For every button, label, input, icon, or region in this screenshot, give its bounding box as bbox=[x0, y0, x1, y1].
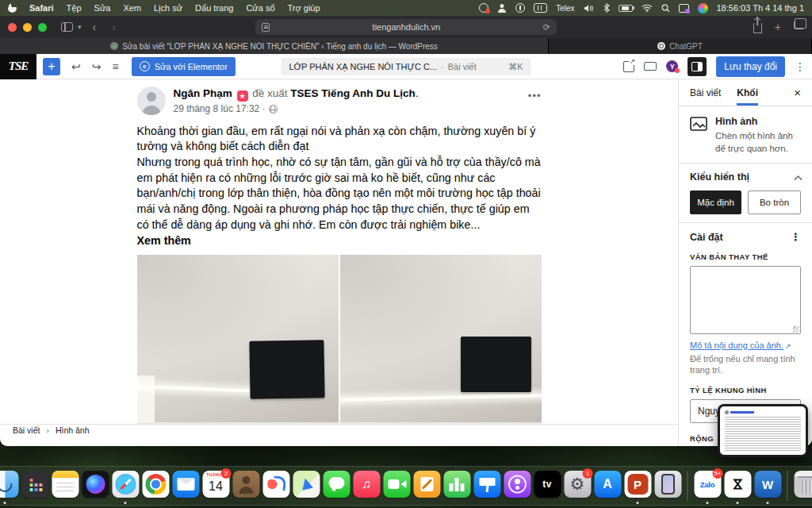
dock-item-word[interactable]: W bbox=[754, 468, 782, 503]
preview-icon[interactable] bbox=[644, 62, 657, 71]
undo-button[interactable]: ↩ bbox=[71, 60, 81, 73]
dock-item-freeform[interactable] bbox=[262, 468, 290, 503]
menu-item-tệp[interactable]: Tệp bbox=[67, 3, 82, 13]
dock-item-settings[interactable]: ⚙1 bbox=[564, 468, 592, 503]
contacts-icon[interactable] bbox=[232, 471, 259, 498]
capcut-icon[interactable]: ⋈ bbox=[724, 471, 751, 498]
style-default-button[interactable]: Mặc định bbox=[690, 190, 741, 214]
dock-item-messages[interactable] bbox=[323, 468, 350, 503]
dock-item-maps[interactable] bbox=[293, 468, 320, 503]
user-switch-icon[interactable] bbox=[497, 4, 507, 13]
screenshot-thumbnail[interactable] bbox=[718, 404, 808, 457]
dock-item-powerpoint[interactable]: P bbox=[624, 468, 652, 503]
screen-recording-icon[interactable] bbox=[479, 3, 488, 13]
breadcrumb-image[interactable]: Hình ảnh bbox=[56, 425, 90, 435]
menu-item-lịch-sử[interactable]: Lịch sử bbox=[154, 3, 182, 13]
dock-item-mail[interactable] bbox=[172, 468, 200, 503]
menu-clock[interactable]: 18:56:03 Th 4 14 thg 1 bbox=[717, 3, 805, 13]
tab-block[interactable]: Khối bbox=[737, 79, 758, 106]
maps-icon[interactable] bbox=[293, 471, 320, 498]
menu-item-xem[interactable]: Xem bbox=[123, 3, 141, 13]
menu-item-sửa[interactable]: Sửa bbox=[94, 3, 111, 13]
bluetooth-icon[interactable] bbox=[603, 3, 610, 13]
trash-icon[interactable] bbox=[794, 471, 812, 498]
notes-icon[interactable] bbox=[52, 471, 79, 498]
url-text[interactable]: tienganhdulich.vn bbox=[270, 22, 543, 32]
tab-wordpress-editor[interactable]: Sửa bài viết "LỚP PHẢN XẠ NGHE NÓI THỰC … bbox=[0, 38, 549, 54]
tab-overview-icon[interactable] bbox=[794, 21, 804, 29]
options-kebab-icon[interactable]: ⋮ bbox=[795, 60, 806, 73]
tab-chatgpt[interactable]: ChatGPT bbox=[549, 38, 812, 54]
powerpoint-icon[interactable]: P bbox=[624, 471, 651, 498]
device-status-icon[interactable] bbox=[679, 4, 689, 13]
settings-kebab-icon[interactable]: ⋮ bbox=[791, 231, 801, 243]
settings-panel-toggle[interactable] bbox=[688, 57, 707, 76]
block-inserter-button[interactable]: + bbox=[43, 58, 60, 75]
facetime-icon[interactable] bbox=[383, 471, 410, 498]
close-icon[interactable]: × bbox=[794, 86, 801, 99]
sidebar-toggle-icon[interactable] bbox=[61, 22, 73, 32]
document-title-bar[interactable]: LỚP PHẢN XẠ NGHE NÓI THỰC C... · Bài viế… bbox=[282, 58, 531, 75]
zoom-window-button[interactable] bbox=[38, 23, 47, 32]
apple-menu-icon[interactable] bbox=[8, 3, 17, 13]
redo-button[interactable]: ↪ bbox=[92, 60, 102, 73]
sidebar-chevron-icon[interactable]: ▾ bbox=[78, 24, 82, 31]
volume-icon[interactable] bbox=[584, 4, 595, 13]
spotlight-icon[interactable] bbox=[661, 4, 670, 13]
new-tab-icon[interactable]: + bbox=[775, 21, 781, 33]
dock-item-keynote[interactable] bbox=[473, 468, 501, 503]
dock-item-chrome[interactable] bbox=[142, 468, 170, 503]
messages-icon[interactable] bbox=[323, 471, 350, 498]
dock-item-music[interactable]: ♫ bbox=[353, 468, 381, 503]
tab-post[interactable]: Bài viết bbox=[690, 79, 721, 106]
dock-item-facetime[interactable] bbox=[383, 468, 411, 503]
dock-item-capcut[interactable]: ⋈ bbox=[724, 468, 752, 503]
dock-item-iphone[interactable] bbox=[654, 468, 682, 503]
mail-icon[interactable] bbox=[172, 471, 199, 498]
input-source-icon[interactable] bbox=[534, 3, 547, 13]
breadcrumb-post[interactable]: Bài viết bbox=[13, 425, 40, 435]
color-wheel-icon[interactable] bbox=[698, 3, 708, 13]
back-button[interactable]: ‹ bbox=[88, 21, 102, 33]
numbers-icon[interactable] bbox=[443, 471, 470, 498]
address-bar[interactable]: tienganhdulich.vn ⟳ bbox=[255, 19, 557, 35]
keynote-icon[interactable] bbox=[473, 471, 500, 498]
dock-item-contacts[interactable] bbox=[232, 468, 260, 503]
minimize-window-button[interactable] bbox=[23, 23, 32, 32]
reload-icon[interactable]: ⟳ bbox=[543, 22, 550, 33]
alt-description-link[interactable]: Mô tả nội dung của ảnh. bbox=[690, 341, 783, 350]
forward-button[interactable]: › bbox=[107, 21, 121, 33]
iphone-icon[interactable] bbox=[654, 471, 681, 498]
appletv-icon[interactable]: tv bbox=[534, 471, 561, 498]
menu-item-dấu-trang[interactable]: Dấu trang bbox=[195, 3, 233, 13]
view-post-icon[interactable] bbox=[623, 61, 634, 72]
dock-item-calendar[interactable]: THÁNG 1142 bbox=[202, 468, 230, 503]
dock-item-siri[interactable] bbox=[82, 468, 109, 503]
yoast-seo-icon[interactable]: Y bbox=[666, 60, 678, 72]
facebook-post-image-block[interactable]: Ngân Phạm ★ đề xuất TSES Tiếng Anh Du Lị… bbox=[137, 87, 542, 435]
word-icon[interactable]: W bbox=[754, 471, 781, 498]
safari-icon[interactable] bbox=[112, 471, 139, 498]
dock-item-notes[interactable] bbox=[52, 468, 79, 503]
alt-text-input[interactable] bbox=[690, 266, 801, 334]
dock-item-zalo[interactable]: Zalo5+ bbox=[694, 468, 722, 503]
appstore-icon[interactable]: A bbox=[594, 471, 621, 498]
share-icon[interactable] bbox=[753, 23, 762, 33]
editor-canvas[interactable]: Ngân Phạm ★ đề xuất TSES Tiếng Anh Du Lị… bbox=[0, 79, 678, 435]
style-section-header[interactable]: Kiểu hiển thị bbox=[690, 171, 801, 183]
menu-item-cửa-sổ[interactable]: Cửa sổ bbox=[246, 3, 274, 13]
dock-item-finder[interactable] bbox=[0, 468, 19, 503]
status-circle-icon[interactable] bbox=[515, 3, 525, 13]
close-window-button[interactable] bbox=[8, 23, 17, 32]
pages-icon[interactable] bbox=[413, 471, 440, 498]
site-logo[interactable]: TSE bbox=[0, 54, 36, 79]
freeform-icon[interactable] bbox=[262, 471, 289, 498]
music-icon[interactable]: ♫ bbox=[353, 471, 380, 498]
dock-item-appletv[interactable]: tv bbox=[534, 468, 561, 503]
siri-icon[interactable] bbox=[82, 471, 109, 498]
dock-item-appstore[interactable]: A bbox=[594, 468, 622, 503]
dock-item-safari[interactable] bbox=[112, 468, 140, 503]
reader-icon[interactable] bbox=[262, 23, 270, 32]
dock-item-podcasts[interactable] bbox=[504, 468, 531, 503]
launchpad-icon[interactable] bbox=[21, 471, 48, 498]
